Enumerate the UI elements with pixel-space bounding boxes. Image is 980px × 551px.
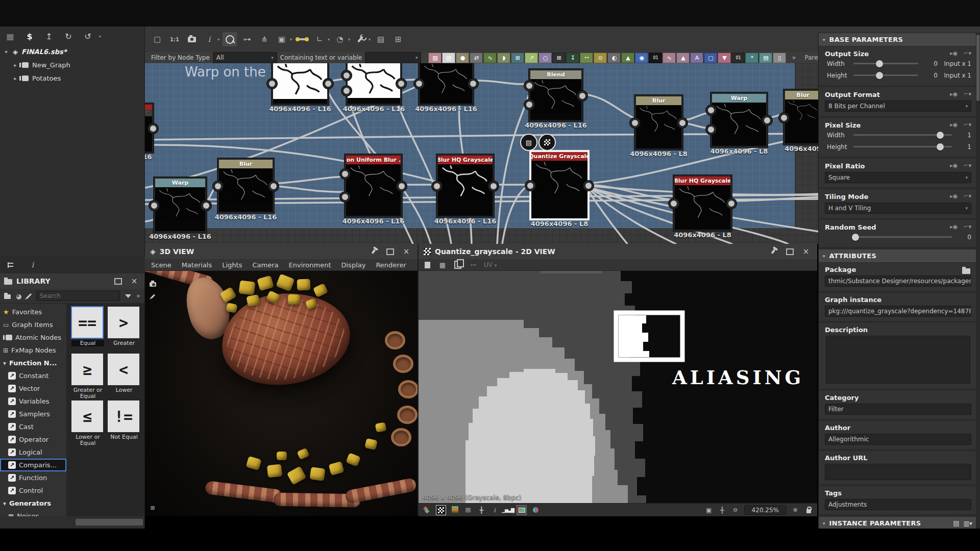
caret-right-icon[interactable]: ▸: [12, 62, 18, 68]
pan-icon[interactable]: ╋: [718, 506, 727, 515]
function-icon[interactable]: ▸◉: [950, 50, 958, 57]
uv-dropdown[interactable]: UV ▾: [484, 261, 497, 268]
output-port[interactable]: [726, 198, 737, 209]
palette-node-button-6[interactable]: ◗: [497, 53, 510, 63]
output-port[interactable]: [397, 181, 407, 191]
tree-item-graph[interactable]: ▸ New_Graph: [3, 58, 144, 71]
info-icon[interactable]: i: [490, 506, 499, 515]
add-pie-icon[interactable]: ◕: [16, 291, 21, 300]
display-channels-icon[interactable]: [517, 505, 527, 515]
sidebar-item-graph-items[interactable]: ▭Graph Items: [0, 318, 66, 331]
layers-icon[interactable]: ▣: [275, 32, 289, 46]
graph-node-blur[interactable]: Blur4096x4096 - L8: [634, 95, 683, 150]
section-header-attributes[interactable]: ▾ATTRIBUTES: [819, 249, 976, 263]
close-icon[interactable]: ×: [128, 276, 140, 287]
palette-node-button-26[interactable]: ▯: [773, 53, 786, 63]
palette-node-button-8[interactable]: ↗: [525, 53, 538, 63]
menu-lights[interactable]: Lights: [222, 261, 242, 269]
graph-node-quantize-grayscale[interactable]: Quantize Grayscale4096x4096 - L8: [530, 151, 589, 220]
search-icon[interactable]: [223, 32, 237, 46]
graph-node-blur[interactable]: Blur4096x409: [783, 89, 822, 145]
palette-node-button-24[interactable]: *: [745, 53, 758, 63]
properties-scrollbar[interactable]: [976, 33, 980, 529]
zoom-level-field[interactable]: 420.25%: [744, 505, 787, 515]
graph-node[interactable]: 4096x4096 - L16: [346, 63, 402, 105]
palette-node-button-3[interactable]: ●: [456, 53, 469, 63]
palette-more-icon[interactable]: »: [789, 53, 798, 62]
palette-node-button-12[interactable]: ••: [580, 53, 593, 63]
graph-node-warp[interactable]: Warp4096x4096 - L16: [154, 177, 207, 233]
palette-node-button-5[interactable]: ∿: [483, 53, 497, 63]
palette-node-button-10[interactable]: ⊞: [552, 53, 566, 63]
sidebar-item-favorites[interactable]: ★Favorites: [0, 306, 66, 318]
float-window-icon[interactable]: [783, 246, 796, 257]
timer-icon[interactable]: ◔: [333, 32, 347, 46]
section-header-base-parameters[interactable]: ▾BASE PARAMETERS: [819, 33, 976, 46]
pin-icon[interactable]: [368, 246, 380, 257]
function-icon[interactable]: ▸◉: [950, 223, 958, 230]
folder-icon[interactable]: [962, 268, 970, 274]
preset-icon[interactable]: ▤: [953, 519, 959, 527]
output-port[interactable]: [396, 79, 406, 89]
view3d-viewport[interactable]: ⊞: [145, 271, 418, 516]
sidebar-item-logical[interactable]: ↗Logical: [0, 446, 66, 459]
graph-node-blur-hq-grayscale[interactable]: Blur HQ Grayscale4096x4096 - L16: [436, 154, 494, 217]
palette-node-button-1[interactable]: ▨: [428, 53, 442, 63]
library-hscrollbar[interactable]: [0, 516, 145, 529]
input-port[interactable]: [213, 181, 223, 191]
fit-frame-icon[interactable]: ▢: [150, 32, 164, 46]
menu-scene[interactable]: Scene: [151, 261, 172, 269]
float-window-icon[interactable]: [112, 276, 124, 287]
palette-node-button-11[interactable]: ↧: [566, 53, 579, 63]
tile-grid-icon[interactable]: ⊞: [463, 506, 473, 515]
close-icon[interactable]: ×: [800, 246, 812, 257]
output-port[interactable]: [677, 118, 688, 128]
lock-icon[interactable]: [804, 506, 813, 515]
palette-node-button-2[interactable]: ▤: [442, 53, 455, 63]
copy-icon[interactable]: [453, 260, 462, 269]
background-checker-icon[interactable]: [436, 505, 446, 515]
slider-random seed[interactable]: [853, 236, 952, 238]
output-port[interactable]: [488, 181, 499, 191]
palette-node-button-14[interactable]: ◐: [607, 53, 621, 63]
output-port[interactable]: [148, 123, 158, 134]
palette-node-button-4[interactable]: ⇄: [470, 53, 483, 63]
input-port[interactable]: [525, 181, 535, 191]
palette-node-button-13[interactable]: ⊙: [594, 53, 607, 63]
export-icon[interactable]: ↥: [43, 31, 55, 42]
slider-width[interactable]: [853, 134, 952, 136]
palette-node-button-25[interactable]: ▤: [759, 53, 772, 63]
library-item-lower[interactable]: <Lower: [108, 354, 140, 400]
graph-link-icon[interactable]: ⌐▾: [964, 121, 971, 128]
input-port[interactable]: [267, 79, 277, 89]
sidebar-item-function[interactable]: ↗Function: [0, 471, 66, 484]
sidebar-item-variables[interactable]: ↗Variables: [0, 395, 66, 408]
menu-environment[interactable]: Environment: [288, 261, 331, 269]
gradient-icon[interactable]: [450, 506, 459, 515]
select-tiling-mode[interactable]: H and V Tiling▾: [825, 203, 971, 214]
zoom-in-icon[interactable]: ⊕: [791, 506, 800, 515]
tree-item-graph[interactable]: ▸ Potatoes: [3, 71, 144, 85]
sidebar-item-function-n[interactable]: ▾Function N...: [0, 357, 66, 369]
graph-node[interactable]: 4096x4096 - L16: [272, 63, 329, 105]
output-port[interactable]: [201, 201, 211, 211]
output-port[interactable]: [468, 79, 478, 89]
graph-link-icon[interactable]: ⌐▾: [964, 91, 971, 97]
caret-down-icon[interactable]: ▾: [3, 49, 9, 55]
elbow-link-icon[interactable]: ∟: [312, 32, 327, 46]
graph-node[interactable]: 16: [145, 103, 154, 153]
palette-node-button-15[interactable]: ▲: [621, 53, 634, 63]
output-port[interactable]: [268, 181, 279, 191]
node-quick-view-button[interactable]: ▤: [520, 134, 537, 151]
transform-icon[interactable]: ╋: [477, 506, 486, 515]
color-circle-icon[interactable]: [531, 506, 540, 515]
input-port[interactable]: [432, 181, 442, 191]
viewport-camera-icon[interactable]: [148, 280, 157, 288]
package-field[interactable]: thmic/Substance Designer/resources/packa…: [825, 276, 971, 287]
pin-icon[interactable]: [767, 246, 779, 257]
function-icon[interactable]: ▸◉: [950, 193, 958, 199]
slider-height[interactable]: [853, 146, 952, 147]
output-port[interactable]: [583, 181, 594, 191]
caret-down-icon[interactable]: ▾: [99, 34, 101, 39]
graph-node[interactable]: 4096x4096 - L16: [419, 63, 474, 105]
